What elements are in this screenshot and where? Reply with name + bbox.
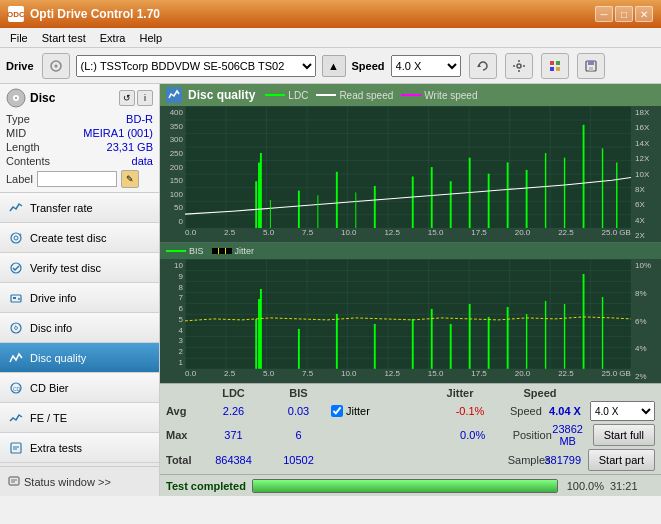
svg-point-13 — [15, 97, 17, 99]
speed-select-stats[interactable]: 4.0 X — [590, 401, 655, 421]
refresh-button[interactable] — [469, 53, 497, 79]
samples-val: 381799 — [538, 454, 588, 466]
main-content: Disc ↺ i Type BD-R MID MEIRA1 (001) Leng… — [0, 84, 661, 496]
svg-rect-4 — [550, 61, 554, 65]
disc-info-button[interactable]: i — [137, 90, 153, 106]
length-value: 23,31 GB — [107, 141, 153, 153]
svg-rect-7 — [556, 67, 560, 71]
avg-jitter: -0.1% — [430, 405, 510, 417]
svg-text:CD: CD — [13, 386, 21, 392]
svg-point-3 — [517, 64, 521, 68]
start-part-button[interactable]: Start part — [588, 449, 655, 471]
progress-percent: 100.0% — [564, 480, 604, 492]
svg-rect-19 — [13, 297, 16, 299]
sidebar-item-verify-test-disc[interactable]: Verify test disc — [0, 253, 159, 283]
total-label: Total — [166, 454, 201, 466]
fe-te-label: FE / TE — [30, 412, 67, 424]
write-legend-color — [401, 94, 421, 96]
chart-ldc: 400350300250200150100500 18X16X14X12X10X… — [160, 106, 661, 243]
sidebar-item-disc-quality[interactable]: Disc quality — [0, 343, 159, 373]
jitter-legend-color — [212, 248, 232, 254]
menu-help[interactable]: Help — [133, 31, 168, 45]
read-legend-color — [316, 94, 336, 96]
app-icon: ODC — [8, 6, 24, 22]
position-label: Position — [513, 429, 543, 441]
status-text: Test completed — [166, 480, 246, 492]
status-window-label: Status window >> — [24, 476, 111, 488]
chart2-y-left: 10987654321 — [160, 259, 185, 369]
chart2-x-axis: 0.02.55.07.510.012.515.017.520.022.525.0… — [185, 369, 631, 383]
progress-area: Test completed 100.0% 31:21 — [160, 474, 661, 496]
svg-point-21 — [11, 323, 21, 333]
color-button[interactable] — [541, 53, 569, 79]
progress-time: 31:21 — [610, 480, 655, 492]
disc-refresh-button[interactable]: ↺ — [119, 90, 135, 106]
ldc-legend-color — [265, 94, 285, 96]
jitter-legend-label: Jitter — [235, 246, 255, 256]
verify-test-icon — [8, 260, 24, 276]
type-value: BD-R — [126, 113, 153, 125]
title-bar: ODC Opti Drive Control 1.70 ─ □ ✕ — [0, 0, 661, 28]
sidebar-item-fe-te[interactable]: FE / TE — [0, 403, 159, 433]
close-button[interactable]: ✕ — [635, 6, 653, 22]
sidebar-item-cd-bier[interactable]: CD CD Bier — [0, 373, 159, 403]
speed-col-label2: Speed — [510, 405, 540, 417]
transfer-rate-icon — [8, 200, 24, 216]
svg-text:i: i — [15, 323, 16, 328]
menu-file[interactable]: File — [4, 31, 34, 45]
label-edit-button[interactable]: ✎ — [121, 170, 139, 188]
save-button[interactable] — [577, 53, 605, 79]
position-val: 23862 MB — [543, 423, 593, 447]
svg-point-20 — [18, 298, 20, 300]
drive-select[interactable]: (L:) TSSTcorp BDDVDW SE-506CB TS02 — [76, 55, 316, 77]
nav-items: Transfer rate + Create test disc Verify … — [0, 193, 159, 466]
avg-bis: 0.03 — [266, 405, 331, 417]
disc-section-icon — [6, 88, 26, 108]
bis-legend-color — [166, 250, 186, 252]
disc-section-title: Disc — [30, 91, 55, 105]
chart2-svg — [185, 259, 631, 369]
max-jitter: 0.0% — [433, 429, 513, 441]
minimize-button[interactable]: ─ — [595, 6, 613, 22]
svg-rect-26 — [11, 443, 21, 453]
sidebar-item-extra-tests[interactable]: Extra tests — [0, 433, 159, 463]
read-legend-label: Read speed — [339, 90, 393, 101]
sidebar-item-drive-info[interactable]: Drive info — [0, 283, 159, 313]
maximize-button[interactable]: □ — [615, 6, 633, 22]
create-test-icon: + — [8, 230, 24, 246]
status-window-icon — [8, 476, 20, 488]
drive-label: Drive — [6, 60, 34, 72]
settings-button[interactable] — [505, 53, 533, 79]
menu-extra[interactable]: Extra — [94, 31, 132, 45]
svg-text:+: + — [19, 231, 22, 237]
progress-bar-inner — [253, 480, 557, 492]
svg-marker-2 — [477, 64, 481, 67]
jitter-checkbox[interactable] — [331, 405, 343, 417]
label-input[interactable] — [37, 171, 117, 187]
drive-info-icon — [8, 290, 24, 306]
type-label: Type — [6, 113, 30, 125]
svg-point-15 — [14, 236, 18, 240]
drive-bar: Drive (L:) TSSTcorp BDDVDW SE-506CB TS02… — [0, 48, 661, 84]
drive-icon-button[interactable] — [42, 53, 70, 79]
chart2-y-right: 10%8%6%4%2% — [633, 259, 661, 383]
label-label: Label — [6, 173, 33, 185]
avg-ldc: 2.26 — [201, 405, 266, 417]
menu-start-test[interactable]: Start test — [36, 31, 92, 45]
speed-select[interactable]: 4.0 X — [391, 55, 461, 77]
status-window-button[interactable]: Status window >> — [0, 466, 159, 496]
disc-quality-label: Disc quality — [30, 352, 86, 364]
sidebar-item-transfer-rate[interactable]: Transfer rate — [0, 193, 159, 223]
sidebar-item-create-test-disc[interactable]: + Create test disc — [0, 223, 159, 253]
drive-info-label: Drive info — [30, 292, 76, 304]
mid-value: MEIRA1 (001) — [83, 127, 153, 139]
max-label: Max — [166, 429, 201, 441]
write-legend-label: Write speed — [424, 90, 477, 101]
samples-label: Samples — [508, 454, 538, 466]
sidebar-item-disc-info[interactable]: i Disc info — [0, 313, 159, 343]
start-full-button[interactable]: Start full — [593, 424, 655, 446]
total-ldc: 864384 — [201, 454, 266, 466]
disc-quality-title: Disc quality — [188, 88, 255, 102]
eject-button[interactable]: ▲ — [322, 55, 346, 77]
svg-point-1 — [54, 64, 57, 67]
